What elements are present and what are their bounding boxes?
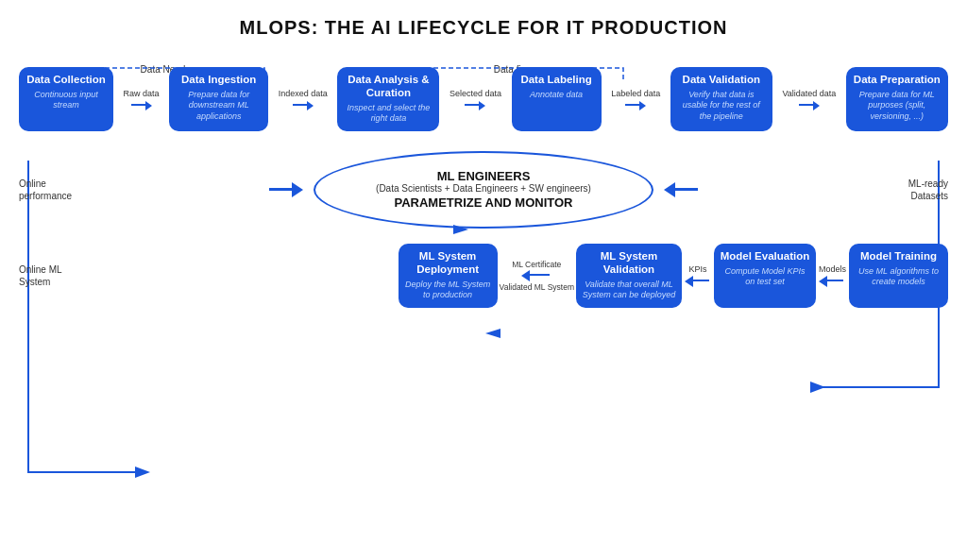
arrow-4 [799,99,820,110]
middle-section: Online performance ML ENGINEERS (Data Sc… [19,144,948,234]
box-model-eval-sub: Compute Model KPIs on test set [720,266,810,288]
arrow-2 [465,99,485,110]
models-arrow [819,275,845,288]
connector-3: Labeled data [611,89,660,110]
eng-title: ML ENGINEERS [376,169,591,183]
box-ml-validation: ML System Validation Validate that overa… [576,244,682,308]
conn-label-2: Selected data [450,89,501,98]
box-data-validation-title: Data Validation [676,74,767,87]
page-title: MLOPS: THE AI LIFECYCLE FOR IT PRODUCTIO… [19,17,948,39]
box-model-training: Model Training Use ML algorithms to crea… [849,244,948,308]
middle-to-bottom-arrow [485,329,500,338]
arrow-0 [131,99,152,110]
conn-label-0: Raw data [124,89,160,98]
arrow-3 [625,99,646,110]
big-arrow-left [664,179,698,200]
connector-4: Validated data [782,89,836,110]
box-data-preparation: Data Preparation Prepare data for ML pur… [846,67,948,131]
connector-0: Raw data [124,89,160,110]
kpis-label: KPIs [688,264,706,274]
box-data-validation: Data Validation Verify that data is usab… [670,67,772,131]
box-ml-validation-sub: Validate that overall ML System can be d… [582,280,676,301]
bottom-row: Online ML System ML System Deployment De… [19,244,948,308]
ml-certificate-label: ML Certificate [512,260,561,269]
side-label-ml-ready: ML-ready Datasets [908,178,948,202]
ellipse-text: ML ENGINEERS (Data Scientists + Data Eng… [376,169,591,210]
online-ml-system-label: Online ML System [19,263,62,288]
connector-bottom-3: Models [819,264,846,288]
validated-ml-label: Validated ML System [500,282,574,292]
box-data-analysis-sub: Inspect and select the right data [343,103,433,125]
kpis-arrow [685,275,711,288]
conn-label-4: Validated data [782,89,836,98]
arrow-1 [293,99,314,110]
box-data-labeling-title: Data Labeling [517,74,596,87]
box-data-analysis-title: Data Analysis & Curation [343,74,433,100]
eng-sub: (Data Scientists + Data Engineers + SW e… [376,183,591,194]
param-title: PARAMETRIZE AND MONITOR [376,195,591,210]
box-data-ingestion: Data Ingestion Prepare data for downstre… [169,67,268,131]
conn-label-3: Labeled data [611,89,660,98]
connector-1: Indexed data [279,89,328,110]
ellipse-container: ML ENGINEERS (Data Scientists + Data Eng… [309,148,658,231]
big-arrow-right [269,179,303,200]
box-data-preparation-sub: Prepare data for ML purposes (split, ver… [852,90,942,123]
page: MLOPS: THE AI LIFECYCLE FOR IT PRODUCTIO… [0,0,967,560]
box-data-validation-sub: Verify that data is usable for the rest … [676,90,767,123]
box-model-eval-title: Model Evaluation [720,250,810,263]
box-data-analysis: Data Analysis & Curation Inspect and sel… [337,67,439,131]
box-ml-validation-title: ML System Validation [582,250,676,277]
box-data-ingestion-title: Data Ingestion [175,74,263,87]
connector-bottom-2: KPIs [685,264,711,288]
box-data-labeling: Data Labeling Annotate data [512,67,602,131]
box-ml-deployment-title: ML System Deployment [404,250,492,277]
top-row: Data Collection Continuous input stream … [19,67,948,131]
box-model-training-sub: Use ML algorithms to create models [855,266,942,288]
box-model-training-title: Model Training [855,250,942,263]
connector-2: Selected data [450,89,501,110]
box-ml-deployment-sub: Deploy the ML System to production [404,280,492,301]
conn-label-1: Indexed data [279,89,328,98]
box-ml-deployment: ML System Deployment Deploy the ML Syste… [399,244,498,308]
box-data-collection: Data Collection Continuous input stream [19,67,113,131]
box-data-labeling-sub: Annotate data [517,90,596,101]
box-data-collection-sub: Continuous input stream [25,90,108,111]
models-label: Models [819,264,846,274]
box-data-collection-title: Data Collection [25,74,108,87]
box-data-ingestion-sub: Prepare data for downstream ML applicati… [175,90,263,123]
connector-bottom-1 [521,269,551,282]
box-data-preparation-title: Data Preparation [852,74,942,87]
side-label-online-performance: Online performance [19,178,72,202]
box-model-eval: Model Evaluation Compute Model KPIs on t… [714,244,816,308]
